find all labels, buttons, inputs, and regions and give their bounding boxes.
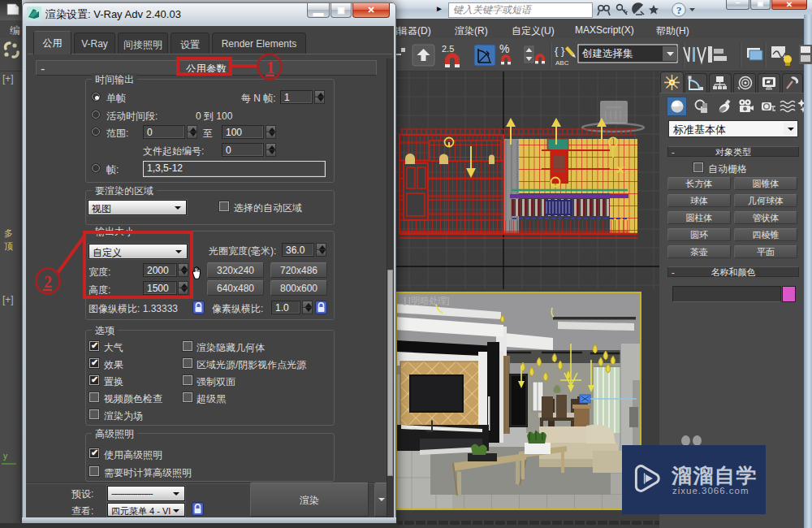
svg-text:2: 2 xyxy=(44,273,52,291)
svg-text:1: 1 xyxy=(266,58,274,76)
